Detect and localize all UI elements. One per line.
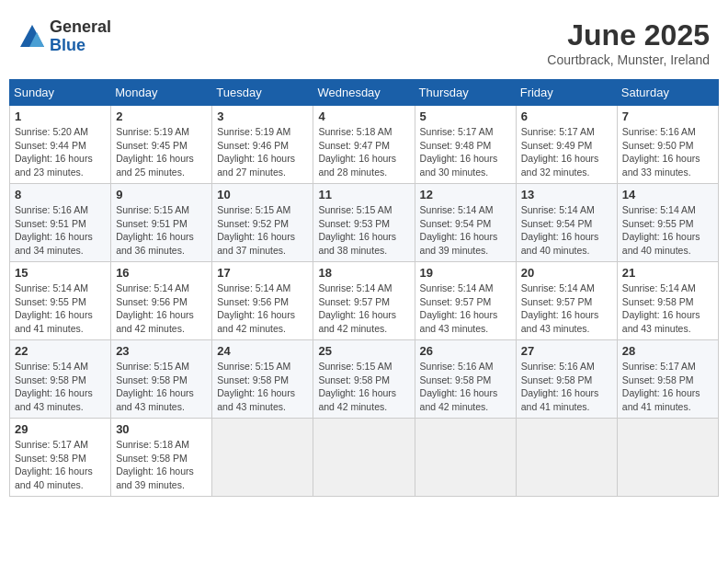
week-row-1: 1Sunrise: 5:20 AMSunset: 9:44 PMDaylight… [10,106,719,184]
calendar-cell: 7Sunrise: 5:16 AMSunset: 9:50 PMDaylight… [617,106,718,184]
calendar-cell: 19Sunrise: 5:14 AMSunset: 9:57 PMDayligh… [415,262,516,340]
day-number: 18 [318,266,409,280]
calendar-cell: 10Sunrise: 5:15 AMSunset: 9:52 PMDayligh… [212,184,313,262]
calendar-cell [617,419,718,497]
week-row-5: 29Sunrise: 5:17 AMSunset: 9:58 PMDayligh… [10,419,719,497]
calendar-cell: 1Sunrise: 5:20 AMSunset: 9:44 PMDaylight… [10,106,111,184]
day-info: Sunrise: 5:14 AMSunset: 9:57 PMDaylight:… [420,282,511,336]
col-monday: Monday [111,80,212,106]
day-number: 9 [116,188,207,201]
day-number: 19 [420,266,511,280]
day-number: 23 [116,344,207,358]
calendar-cell [313,419,415,497]
month-title: June 2025 [547,18,710,52]
calendar-cell: 24Sunrise: 5:15 AMSunset: 9:58 PMDayligh… [212,340,313,419]
day-number: 20 [521,266,612,280]
calendar-cell: 22Sunrise: 5:14 AMSunset: 9:58 PMDayligh… [10,340,111,419]
calendar-cell: 17Sunrise: 5:14 AMSunset: 9:56 PMDayligh… [212,262,313,340]
day-info: Sunrise: 5:14 AMSunset: 9:55 PMDaylight:… [622,203,713,258]
page-header: General Blue June 2025 Courtbrack, Munst… [9,9,719,72]
day-info: Sunrise: 5:17 AMSunset: 9:48 PMDaylight:… [420,125,511,179]
day-number: 13 [521,188,612,201]
day-info: Sunrise: 5:14 AMSunset: 9:57 PMDaylight:… [318,282,409,336]
day-number: 5 [420,109,511,123]
calendar-cell: 21Sunrise: 5:14 AMSunset: 9:58 PMDayligh… [617,262,718,340]
calendar-table: Sunday Monday Tuesday Wednesday Thursday… [9,79,719,497]
day-number: 10 [217,188,308,201]
day-info: Sunrise: 5:19 AMSunset: 9:45 PMDaylight:… [116,125,207,179]
logo: General Blue [18,18,111,55]
day-info: Sunrise: 5:14 AMSunset: 9:54 PMDaylight:… [521,203,612,258]
day-info: Sunrise: 5:20 AMSunset: 9:44 PMDaylight:… [15,125,106,179]
day-number: 21 [622,266,713,280]
day-info: Sunrise: 5:14 AMSunset: 9:56 PMDaylight:… [116,282,207,336]
day-info: Sunrise: 5:15 AMSunset: 9:52 PMDaylight:… [217,203,308,258]
calendar-cell: 2Sunrise: 5:19 AMSunset: 9:45 PMDaylight… [111,106,212,184]
day-info: Sunrise: 5:16 AMSunset: 9:51 PMDaylight:… [15,203,106,258]
calendar-cell: 14Sunrise: 5:14 AMSunset: 9:55 PMDayligh… [617,184,718,262]
day-info: Sunrise: 5:15 AMSunset: 9:58 PMDaylight:… [217,360,308,414]
location: Courtbrack, Munster, Ireland [547,52,710,67]
col-friday: Friday [516,80,617,106]
calendar-cell: 11Sunrise: 5:15 AMSunset: 9:53 PMDayligh… [313,184,415,262]
day-number: 26 [420,344,511,358]
day-info: Sunrise: 5:14 AMSunset: 9:58 PMDaylight:… [622,282,713,336]
day-info: Sunrise: 5:14 AMSunset: 9:57 PMDaylight:… [521,282,612,336]
day-number: 30 [116,422,207,436]
week-row-2: 8Sunrise: 5:16 AMSunset: 9:51 PMDaylight… [10,184,719,262]
calendar-cell: 12Sunrise: 5:14 AMSunset: 9:54 PMDayligh… [415,184,516,262]
day-info: Sunrise: 5:15 AMSunset: 9:51 PMDaylight:… [116,203,207,258]
day-info: Sunrise: 5:16 AMSunset: 9:58 PMDaylight:… [521,360,612,414]
day-info: Sunrise: 5:15 AMSunset: 9:53 PMDaylight:… [318,203,409,258]
logo-text: General Blue [50,18,111,55]
week-row-4: 22Sunrise: 5:14 AMSunset: 9:58 PMDayligh… [10,340,719,419]
calendar-cell: 23Sunrise: 5:15 AMSunset: 9:58 PMDayligh… [111,340,212,419]
calendar-cell: 15Sunrise: 5:14 AMSunset: 9:55 PMDayligh… [10,262,111,340]
day-number: 8 [15,188,106,201]
day-info: Sunrise: 5:14 AMSunset: 9:55 PMDaylight:… [15,282,106,336]
calendar-cell: 16Sunrise: 5:14 AMSunset: 9:56 PMDayligh… [111,262,212,340]
day-info: Sunrise: 5:18 AMSunset: 9:47 PMDaylight:… [318,125,409,179]
day-info: Sunrise: 5:19 AMSunset: 9:46 PMDaylight:… [217,125,308,179]
day-number: 14 [622,188,713,201]
calendar-cell: 20Sunrise: 5:14 AMSunset: 9:57 PMDayligh… [516,262,617,340]
calendar-header-row: Sunday Monday Tuesday Wednesday Thursday… [10,80,719,106]
day-number: 29 [15,422,106,436]
day-info: Sunrise: 5:17 AMSunset: 9:49 PMDaylight:… [521,125,612,179]
day-info: Sunrise: 5:18 AMSunset: 9:58 PMDaylight:… [116,438,207,492]
col-sunday: Sunday [10,80,111,106]
calendar-cell [415,419,516,497]
day-number: 25 [318,344,409,358]
day-number: 12 [420,188,511,201]
calendar-cell: 18Sunrise: 5:14 AMSunset: 9:57 PMDayligh… [313,262,415,340]
calendar-cell: 3Sunrise: 5:19 AMSunset: 9:46 PMDaylight… [212,106,313,184]
calendar-cell: 30Sunrise: 5:18 AMSunset: 9:58 PMDayligh… [111,419,212,497]
calendar-cell: 9Sunrise: 5:15 AMSunset: 9:51 PMDaylight… [111,184,212,262]
day-info: Sunrise: 5:14 AMSunset: 9:54 PMDaylight:… [420,203,511,258]
day-number: 11 [318,188,409,201]
calendar-cell: 27Sunrise: 5:16 AMSunset: 9:58 PMDayligh… [516,340,617,419]
day-number: 3 [217,109,308,123]
calendar-cell: 13Sunrise: 5:14 AMSunset: 9:54 PMDayligh… [516,184,617,262]
day-info: Sunrise: 5:14 AMSunset: 9:58 PMDaylight:… [15,360,106,414]
calendar-cell: 5Sunrise: 5:17 AMSunset: 9:48 PMDaylight… [415,106,516,184]
title-block: June 2025 Courtbrack, Munster, Ireland [547,18,710,67]
day-info: Sunrise: 5:16 AMSunset: 9:58 PMDaylight:… [420,360,511,414]
day-number: 16 [116,266,207,280]
calendar-cell: 26Sunrise: 5:16 AMSunset: 9:58 PMDayligh… [415,340,516,419]
col-saturday: Saturday [617,80,718,106]
day-number: 24 [217,344,308,358]
day-number: 7 [622,109,713,123]
calendar-cell: 4Sunrise: 5:18 AMSunset: 9:47 PMDaylight… [313,106,415,184]
calendar-cell: 25Sunrise: 5:15 AMSunset: 9:58 PMDayligh… [313,340,415,419]
day-info: Sunrise: 5:14 AMSunset: 9:56 PMDaylight:… [217,282,308,336]
day-info: Sunrise: 5:17 AMSunset: 9:58 PMDaylight:… [622,360,713,414]
col-thursday: Thursday [415,80,516,106]
day-number: 17 [217,266,308,280]
calendar-cell: 6Sunrise: 5:17 AMSunset: 9:49 PMDaylight… [516,106,617,184]
calendar-cell: 8Sunrise: 5:16 AMSunset: 9:51 PMDaylight… [10,184,111,262]
col-wednesday: Wednesday [313,80,415,106]
calendar-cell [212,419,313,497]
day-number: 4 [318,109,409,123]
day-info: Sunrise: 5:15 AMSunset: 9:58 PMDaylight:… [116,360,207,414]
